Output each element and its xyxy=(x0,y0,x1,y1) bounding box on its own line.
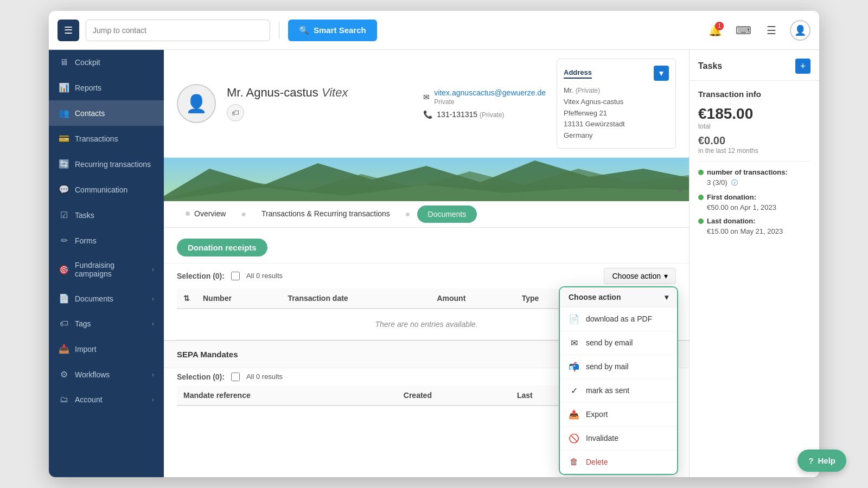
green-dot-icon xyxy=(698,219,704,224)
first-donation-stat: First donation: €50.00 on Apr 1, 2023 xyxy=(698,193,810,211)
pdf-icon: 📄 xyxy=(569,314,579,324)
dropdown-send-mail[interactable]: 📬 send by mail xyxy=(560,355,677,379)
help-button[interactable]: ? Help xyxy=(797,450,846,472)
dropdown-invalidate[interactable]: 🚫 Invalidate xyxy=(560,427,677,451)
person-icon: 👤 xyxy=(186,93,207,114)
help-question-icon: ? xyxy=(808,456,813,465)
phone-row: 📞 131-131315 (Private) xyxy=(423,110,546,119)
sidebar-item-label: Cockpit xyxy=(75,58,100,67)
tag-button[interactable]: 🏷 xyxy=(227,104,244,121)
sidebar-item-label: Recurring transactions xyxy=(75,160,151,169)
topbar-divider xyxy=(279,22,279,39)
sidebar-item-label: Tags xyxy=(75,319,91,328)
sidebar-item-workflows[interactable]: ⚙ Workflows › xyxy=(49,362,164,387)
background-strip: ✎ xyxy=(164,158,689,201)
delete-icon: 🗑 xyxy=(569,457,579,467)
nav-tabs: Overview ● Transactions & Recurring tran… xyxy=(164,201,689,228)
info-icon[interactable]: ⓘ xyxy=(731,179,738,187)
cockpit-icon: 🖥 xyxy=(59,57,69,67)
tab-documents[interactable]: Documents xyxy=(417,206,477,223)
sidebar-item-recurring[interactable]: 🔄 Recurring transactions xyxy=(49,151,164,177)
sidebar-item-tasks[interactable]: ☑ Tasks xyxy=(49,202,164,228)
sidebar-item-reports[interactable]: 📊 Reports xyxy=(49,75,164,100)
edit-bg-icon[interactable]: ✎ xyxy=(675,184,684,196)
sidebar-item-import[interactable]: 📥 Import xyxy=(49,336,164,362)
tab-transactions[interactable]: Transactions & Recurring transactions xyxy=(251,202,401,227)
select-all-checkbox[interactable] xyxy=(231,272,240,280)
all-results-label: All 0 results xyxy=(246,272,283,280)
chevron-down-icon: › xyxy=(152,320,154,328)
dropdown-delete[interactable]: 🗑 Delete xyxy=(560,451,677,474)
col-date: Transaction date xyxy=(281,288,430,309)
communication-icon: 💬 xyxy=(59,184,69,195)
chevron-down-icon: › xyxy=(152,396,154,403)
recurring-icon: 🔄 xyxy=(59,159,69,169)
sidebar-item-cockpit[interactable]: 🖥 Cockpit xyxy=(49,50,164,75)
dropdown-export[interactable]: 📤 Export xyxy=(560,403,677,427)
fundraising-icon: 🎯 xyxy=(59,265,69,275)
sidebar-item-label: Fundraising campaigns xyxy=(75,261,146,278)
choose-action-button[interactable]: Choose action ▾ xyxy=(604,268,676,284)
search-input[interactable] xyxy=(93,26,263,35)
address-panel-header: Address ▼ xyxy=(564,66,669,81)
dropdown-header: Choose action ▾ xyxy=(560,287,677,307)
list-icon[interactable]: ☰ xyxy=(762,21,781,40)
phone-icon: 📞 xyxy=(423,110,432,119)
phone-type-label: (Private) xyxy=(480,111,504,119)
email-link[interactable]: vitex.agnuscactus@gewuerze.de xyxy=(434,88,546,97)
address-dropdown-button[interactable]: ▼ xyxy=(654,66,669,81)
col-number: Number xyxy=(196,288,281,309)
user-avatar[interactable]: 👤 xyxy=(790,20,810,41)
address-tab[interactable]: Address xyxy=(564,68,592,79)
sidebar-item-label: Communication xyxy=(75,185,127,194)
sidebar-item-label: Account xyxy=(75,395,103,404)
green-dot-icon xyxy=(698,195,704,200)
invalidate-icon: 🚫 xyxy=(569,433,579,444)
sepa-col-created: Created xyxy=(397,386,510,406)
email-icon: ✉ xyxy=(569,338,579,348)
transactions-icon: 💳 xyxy=(59,133,69,144)
ti-divider xyxy=(698,161,810,162)
contact-name: Mr. Agnus-castus Vitex xyxy=(227,86,412,100)
donation-receipts-badge[interactable]: Donation receipts xyxy=(177,239,267,256)
smart-search-button[interactable]: 🔍 Smart Search xyxy=(288,20,377,41)
sidebar-item-forms[interactable]: ✏ Forms xyxy=(49,228,164,253)
sidebar-item-documents[interactable]: 📄 Documents › xyxy=(49,286,164,311)
sidebar-item-label: Forms xyxy=(75,236,97,245)
chevron-down-icon: ▾ xyxy=(664,272,668,280)
sidebar-item-label: Reports xyxy=(75,84,101,92)
mail-icon: 📬 xyxy=(569,362,579,372)
choose-action-dropdown: Choose action ▾ 📄 download as a PDF ✉ se… xyxy=(559,286,678,475)
sidebar-item-transactions[interactable]: 💳 Transactions xyxy=(49,126,164,151)
dropdown-mark-sent[interactable]: ✓ mark as sent xyxy=(560,379,677,403)
chevron-down-icon: › xyxy=(152,295,154,303)
chevron-up-icon: ▾ xyxy=(665,293,668,301)
sepa-select-all-checkbox[interactable] xyxy=(231,373,240,381)
keyboard-icon[interactable]: ⌨ xyxy=(733,21,753,40)
contact-search-box[interactable] xyxy=(86,20,270,41)
tasks-add-button[interactable]: + xyxy=(795,59,810,74)
tasks-title: Tasks xyxy=(698,61,722,71)
tab-overview[interactable]: Overview xyxy=(175,202,237,227)
hamburger-icon: ☰ xyxy=(64,24,73,36)
notification-badge: 1 xyxy=(715,22,724,30)
dropdown-download-pdf[interactable]: 📄 download as a PDF xyxy=(560,307,677,331)
sort-icon-header[interactable]: ⇅ xyxy=(177,288,196,309)
sidebar-item-contacts[interactable]: 👥 Contacts xyxy=(49,100,164,126)
notification-icon[interactable]: 🔔 1 xyxy=(705,21,725,40)
sidebar: 🖥 Cockpit 📊 Reports 👥 Contacts 💳 Transac… xyxy=(49,50,164,477)
hamburger-button[interactable]: ☰ xyxy=(58,20,79,41)
sidebar-item-communication[interactable]: 💬 Communication xyxy=(49,177,164,202)
sidebar-item-tags[interactable]: 🏷 Tags › xyxy=(49,311,164,336)
total-amount: €185.00 xyxy=(698,105,810,123)
num-transactions-stat: number of transactions: 3 (3/0) ⓘ xyxy=(698,168,810,188)
email-type-label: Private xyxy=(434,98,454,106)
sidebar-item-fundraising[interactable]: 🎯 Fundraising campaigns › xyxy=(49,253,164,286)
sepa-all-results-label: All 0 results xyxy=(246,373,283,381)
contacts-icon: 👥 xyxy=(59,108,69,118)
sidebar-item-account[interactable]: 🗂 Account › xyxy=(49,387,164,412)
keyboard-glyph: ⌨ xyxy=(736,24,751,37)
sidebar-item-label: Transactions xyxy=(75,134,118,143)
last12-amount: €0.00 xyxy=(698,134,810,147)
dropdown-send-email[interactable]: ✉ send by email xyxy=(560,331,677,355)
